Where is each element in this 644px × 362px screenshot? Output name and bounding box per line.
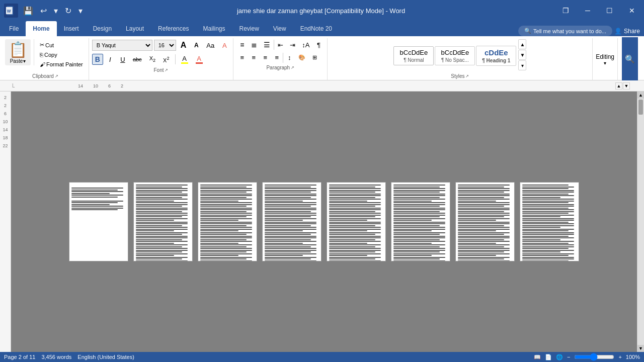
- multilevel-button[interactable]: ☰: [261, 39, 273, 50]
- text-color-button[interactable]: A: [193, 53, 206, 65]
- highlight-icon: A: [182, 55, 187, 62]
- align-right-button[interactable]: ≡: [260, 52, 271, 63]
- paste-button[interactable]: 📋 Paste ▾: [5, 39, 31, 65]
- tab-endnote[interactable]: EndNote 20: [293, 21, 339, 36]
- zoom-slider[interactable]: [574, 353, 614, 361]
- styles-expand-icon[interactable]: ↗: [465, 74, 469, 78]
- font-size-select[interactable]: 16: [154, 40, 176, 51]
- clipboard-expand-icon[interactable]: ↗: [55, 74, 58, 78]
- clear-format-button[interactable]: A: [219, 40, 230, 51]
- font-row-2: B I U abc X2 X2 A A: [92, 53, 230, 65]
- read-mode-button[interactable]: 📖: [534, 354, 541, 360]
- maximize-button[interactable]: ☐: [601, 5, 618, 17]
- paragraph-icon-3: ¶: [482, 58, 485, 63]
- format-painter-button[interactable]: 🖌 Format Painter: [37, 60, 86, 69]
- ruler-collapse-up[interactable]: ▲: [615, 82, 622, 89]
- tab-review[interactable]: Review: [232, 21, 266, 36]
- shrink-font-button[interactable]: A: [191, 40, 202, 50]
- change-case-button[interactable]: Aa: [203, 40, 217, 51]
- cut-button[interactable]: ✂ Cut: [37, 40, 86, 50]
- undo-arrow[interactable]: ▾: [52, 5, 60, 17]
- zoom-in-button[interactable]: +: [618, 354, 621, 360]
- tell-me-button[interactable]: 🔍 Tell me what you want to do...: [518, 26, 612, 36]
- para-row-1: ≡ ≣ ☰ ⇤ ⇥ ↕A ¶: [236, 39, 324, 50]
- vertical-scrollbar[interactable]: ▲ ▼: [637, 92, 644, 352]
- style-no-spacing[interactable]: bCcDdEe ¶ No Spac...: [435, 46, 475, 65]
- tab-home[interactable]: Home: [26, 21, 56, 36]
- borders-button[interactable]: ⊞: [309, 53, 320, 62]
- paragraph-expand-icon[interactable]: ↗: [291, 65, 294, 70]
- search-icon: 🔍: [625, 54, 635, 64]
- minimize-button[interactable]: ─: [580, 5, 595, 17]
- underline-button[interactable]: U: [117, 54, 128, 65]
- clipboard-group: 📋 Paste ▾ ✂ Cut ⎘ Copy 🖌: [2, 38, 89, 80]
- ruler-numbers: 14 10 6 2: [78, 83, 133, 88]
- styles-scroll-buttons: ▲ ▼ ▾: [518, 39, 526, 72]
- redo-button[interactable]: ↻: [63, 5, 73, 17]
- ruler-tab-icon: L: [12, 83, 15, 88]
- close-button[interactable]: ✕: [624, 5, 640, 17]
- style-normal[interactable]: bCcDdEe ¶ Normal: [393, 46, 434, 65]
- page-4: [262, 182, 321, 261]
- text-highlight-button[interactable]: A: [178, 53, 191, 65]
- line-spacing-button[interactable]: ↕: [284, 52, 295, 63]
- justify-button[interactable]: ≡: [271, 52, 282, 63]
- share-button[interactable]: 👤 Share: [614, 28, 640, 35]
- align-center-button[interactable]: ≡: [248, 52, 259, 63]
- tab-view[interactable]: View: [266, 21, 293, 36]
- style-heading1-label: ¶ Heading 1: [480, 58, 512, 63]
- save-button[interactable]: 💾: [21, 5, 35, 17]
- tab-layout[interactable]: Layout: [119, 21, 151, 36]
- strikethrough-button[interactable]: abc: [130, 55, 145, 64]
- clipboard-small-buttons: ✂ Cut ⎘ Copy 🖌 Format Painter: [37, 40, 86, 69]
- styles-scroll-up[interactable]: ▲: [518, 39, 526, 49]
- increase-indent-button[interactable]: ⇥: [287, 40, 298, 50]
- sort-button[interactable]: ↕A: [299, 40, 312, 50]
- scroll-track: [637, 99, 644, 345]
- tab-insert[interactable]: Insert: [57, 21, 86, 36]
- subscript-button[interactable]: X2: [146, 54, 158, 64]
- styles-expand[interactable]: ▾: [518, 60, 526, 70]
- paste-icon: 📋: [9, 41, 27, 58]
- styles-scroll-down[interactable]: ▼: [518, 50, 526, 60]
- customize-qat-button[interactable]: ▾: [76, 5, 85, 17]
- copy-button[interactable]: ⎘ Copy: [37, 50, 86, 59]
- tab-mailings[interactable]: Mailings: [196, 21, 232, 36]
- editing-group: Editing ▾: [593, 38, 618, 80]
- ribbon-tabs-right: 🔍 Tell me what you want to do... 👤 Share: [518, 26, 644, 36]
- italic-button[interactable]: I: [105, 54, 116, 65]
- divider: [283, 53, 283, 63]
- shading-button[interactable]: 🎨: [295, 53, 308, 62]
- bullets-button[interactable]: ≡: [236, 39, 248, 50]
- undo-button[interactable]: ↩: [38, 5, 49, 17]
- page-1-content: [69, 183, 128, 215]
- font-expand-icon[interactable]: ↗: [165, 68, 168, 72]
- ribbon-search-button[interactable]: 🔍: [622, 37, 638, 81]
- tab-file[interactable]: File: [2, 21, 26, 36]
- scroll-down-button[interactable]: ▼: [637, 345, 644, 352]
- font-name-select[interactable]: B Yaqut: [92, 40, 152, 51]
- align-left-button[interactable]: ≡: [236, 52, 248, 63]
- web-layout-button[interactable]: 🌐: [556, 354, 563, 360]
- numbering-button[interactable]: ≣: [248, 39, 260, 50]
- svg-text:W: W: [7, 9, 11, 14]
- scroll-thumb[interactable]: [638, 100, 643, 115]
- title-bar: W 💾 ↩ ▾ ↻ ▾ jame shie dar zaman gheybat …: [0, 0, 644, 21]
- bold-button[interactable]: B: [92, 54, 103, 65]
- decrease-indent-button[interactable]: ⇤: [275, 40, 286, 50]
- show-formatting-button[interactable]: ¶: [313, 40, 324, 50]
- tab-references[interactable]: References: [151, 21, 196, 36]
- editing-content: Editing ▾: [596, 39, 614, 80]
- restore-button[interactable]: ❐: [557, 5, 574, 17]
- page-7-content: [456, 183, 514, 261]
- print-layout-button[interactable]: 📄: [545, 354, 552, 360]
- page-2: [133, 182, 193, 261]
- scroll-up-button[interactable]: ▲: [637, 92, 644, 99]
- style-heading1[interactable]: cDdEe ¶ Heading 1: [476, 46, 516, 66]
- ruler-collapse-down[interactable]: ▼: [623, 82, 630, 89]
- paragraph-icon: ¶: [404, 57, 406, 63]
- tab-design[interactable]: Design: [86, 21, 119, 36]
- grow-font-button[interactable]: A: [178, 39, 190, 51]
- zoom-out-button[interactable]: −: [567, 354, 570, 360]
- superscript-button[interactable]: X2: [160, 54, 172, 65]
